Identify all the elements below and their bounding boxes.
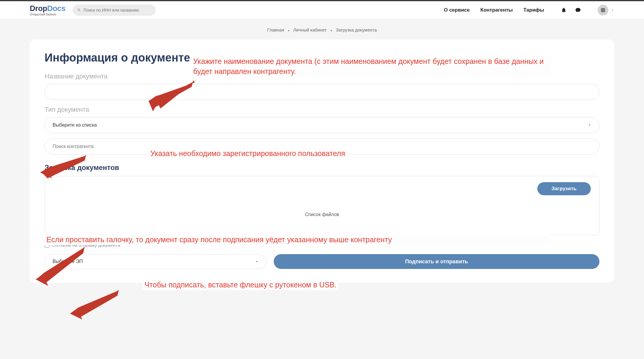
search-icon — [77, 8, 81, 12]
breadcrumb-cabinet[interactable]: Личный кабинет — [293, 27, 327, 32]
annotation-3: Если проставить галочку, то документ сра… — [45, 235, 550, 245]
annotation-4: Чтобы подписать, вставьте флешку с руток… — [143, 280, 338, 290]
avatar — [598, 5, 608, 15]
nav-contragents[interactable]: Контрагенты — [481, 7, 513, 13]
breadcrumb-upload: Загрузка документа — [336, 27, 377, 32]
bell-icon[interactable] — [561, 7, 567, 13]
logo[interactable]: DropDocs Открытый бизнес — [30, 4, 65, 16]
svg-marker-1 — [149, 80, 195, 108]
search-box[interactable] — [73, 4, 156, 16]
search-input[interactable] — [84, 8, 151, 12]
upload-button[interactable]: Загрузить — [537, 182, 591, 195]
annotation-1: Укажите наименование документа (с этим н… — [191, 56, 551, 77]
submit-button[interactable]: Подписать и отправить — [274, 254, 599, 269]
logo-subtitle: Открытый бизнес — [30, 12, 65, 16]
doc-type-label: Тип документа — [45, 106, 599, 114]
chat-icon[interactable] — [575, 7, 581, 13]
breadcrumb: Главная ● Личный кабинет ● Загрузка доку… — [0, 19, 644, 36]
logo-text: DropDocs — [30, 4, 65, 13]
arrow-icon — [149, 80, 196, 113]
doc-name-input[interactable] — [45, 84, 599, 100]
doc-type-select[interactable]: Выберите из списка — [45, 117, 599, 133]
file-list-label: Список файлов — [53, 212, 591, 217]
header: DropDocs Открытый бизнес О сервисе Контр… — [0, 1, 644, 19]
breadcrumb-separator: ● — [288, 29, 289, 32]
arrow-icon — [70, 290, 120, 322]
arrow-icon — [36, 247, 86, 288]
nav: О сервисе Контрагенты Тарифы — [444, 5, 614, 15]
arrow-icon — [40, 155, 88, 181]
upload-section-title: Загрузка документов — [45, 163, 599, 172]
breadcrumb-home[interactable]: Главная — [267, 27, 284, 32]
nav-tariffs[interactable]: Тарифы — [523, 7, 544, 13]
annotation-2: Указать необходимо зарегистрированного п… — [149, 149, 347, 159]
breadcrumb-separator: ● — [330, 29, 332, 32]
chevron-down-icon — [611, 8, 614, 12]
user-menu[interactable] — [598, 5, 614, 15]
nav-about[interactable]: О сервисе — [444, 7, 470, 13]
upload-area: Загрузить Список файлов — [45, 176, 599, 235]
